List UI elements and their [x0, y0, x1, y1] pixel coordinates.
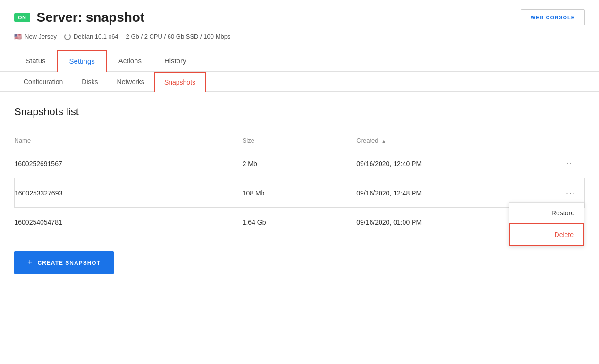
section-title: Snapshots list [14, 106, 585, 118]
status-badge: ON [14, 13, 30, 22]
flag-icon: 🇺🇸 [14, 33, 22, 40]
tab-configuration[interactable]: Configuration [14, 72, 72, 91]
tab-snapshots[interactable]: Snapshots [154, 72, 206, 92]
more-options-button-2[interactable]: ··· [562, 186, 580, 200]
snapshot-name-2: 1600253327693 [15, 178, 243, 208]
server-title-prefix: Server: [37, 10, 83, 25]
snapshot-created-2: 09/16/2020, 12:48 PM [356, 178, 499, 208]
os-text: Debian 10.1 x64 [74, 33, 118, 40]
snapshot-name-1: 1600252691567 [15, 149, 243, 178]
snapshot-size-2: 108 Mb [243, 178, 357, 208]
col-header-created[interactable]: Created ▲ [356, 132, 499, 149]
main-content: Snapshots list Name Size Created ▲ 16002… [0, 92, 599, 288]
table-row: 1600254054781 1.64 Gb 09/16/2020, 01:00 … [15, 208, 585, 237]
snapshot-actions-2: ··· Restore Delete [499, 178, 584, 208]
table-header-row: Name Size Created ▲ [15, 132, 585, 149]
snapshot-actions-1: ··· [499, 149, 584, 178]
tab-settings[interactable]: Settings [57, 50, 107, 72]
header: ON Server: snapshot WEB CONSOLE [0, 0, 599, 30]
delete-option[interactable]: Delete [509, 223, 584, 246]
tab-networks[interactable]: Networks [108, 72, 154, 91]
plus-icon: + [27, 258, 33, 268]
specs-text: 2 Gb / 2 CPU / 60 Gb SSD / 100 Mbps [126, 33, 231, 40]
location-text: New Jersey [25, 33, 57, 40]
tab-disks[interactable]: Disks [72, 72, 107, 91]
more-options-button-1[interactable]: ··· [562, 157, 580, 170]
snapshot-created-1: 09/16/2020, 12:40 PM [356, 149, 499, 178]
tab-history[interactable]: History [153, 50, 198, 71]
col-header-size: Size [243, 132, 357, 149]
table-row: 1600252691567 2 Mb 09/16/2020, 12:40 PM … [15, 149, 585, 178]
refresh-icon [64, 34, 71, 40]
table-row: 1600253327693 108 Mb 09/16/2020, 12:48 P… [15, 178, 585, 208]
specs-item: 2 Gb / 2 CPU / 60 Gb SSD / 100 Mbps [126, 33, 231, 40]
snapshot-created-3: 09/16/2020, 01:00 PM [356, 208, 499, 237]
snapshot-name-3: 1600254054781 [15, 208, 243, 237]
dropdown-menu: Restore Delete [509, 202, 584, 246]
tab-actions[interactable]: Actions [107, 50, 153, 71]
create-snapshot-label: CREATE SNAPSHOT [38, 260, 101, 266]
server-title-name: snapshot [86, 10, 144, 25]
location-item: 🇺🇸 New Jersey [14, 33, 57, 40]
tab-status[interactable]: Status [14, 50, 57, 71]
snapshot-size-3: 1.64 Gb [243, 208, 357, 237]
primary-nav: Status Settings Actions History [0, 50, 599, 72]
col-created-label: Created [356, 137, 378, 144]
web-console-button[interactable]: WEB CONSOLE [521, 9, 585, 25]
snapshots-table: Name Size Created ▲ 1600252691567 2 Mb 0… [14, 132, 585, 237]
restore-option[interactable]: Restore [509, 203, 584, 223]
col-header-name: Name [15, 132, 243, 149]
server-title: Server: snapshot [37, 10, 145, 25]
header-left: ON Server: snapshot [14, 10, 144, 25]
create-snapshot-button[interactable]: + CREATE SNAPSHOT [14, 251, 114, 274]
secondary-nav: Configuration Disks Networks Snapshots [0, 72, 599, 92]
col-header-actions [499, 132, 584, 149]
snapshot-size-1: 2 Mb [243, 149, 357, 178]
os-item: Debian 10.1 x64 [64, 33, 118, 40]
sort-arrow-icon: ▲ [381, 138, 386, 144]
server-meta: 🇺🇸 New Jersey Debian 10.1 x64 2 Gb / 2 C… [0, 30, 599, 50]
